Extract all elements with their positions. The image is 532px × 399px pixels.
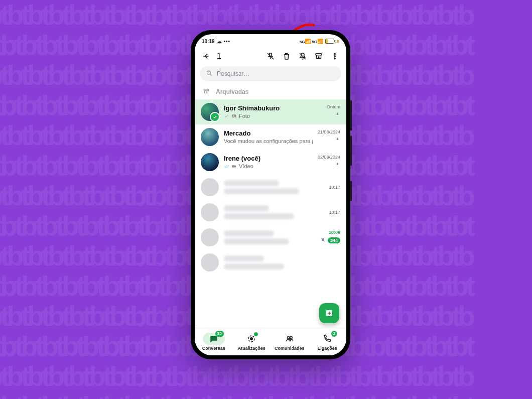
avatar: [201, 153, 219, 171]
tick-double-icon: [224, 164, 229, 169]
chat-name: Irene (você): [224, 155, 313, 163]
status-cloud-icon: ☁: [217, 39, 222, 44]
svg-point-2: [334, 53, 335, 54]
svg-point-4: [334, 58, 335, 59]
chat-sub: Vídeo: [239, 163, 253, 170]
more-button[interactable]: [328, 50, 341, 63]
search-input[interactable]: Pesquisar…: [200, 66, 341, 81]
pin-icon: [335, 110, 340, 119]
mute-button[interactable]: [296, 50, 309, 63]
chat-time: 10:17: [329, 185, 340, 190]
chat-time: 10:17: [329, 210, 340, 215]
svg-rect-9: [232, 165, 235, 168]
chat-row-blurred[interactable]: 10:17: [195, 175, 346, 200]
chat-time: 21/08/2024: [318, 129, 340, 135]
new-chat-fab[interactable]: [319, 303, 339, 323]
archived-row[interactable]: Arquivadas: [195, 84, 346, 99]
chat-row-blurred[interactable]: [195, 250, 346, 275]
avatar: [201, 203, 219, 221]
nav-conversas[interactable]: 35 Conversas: [195, 328, 233, 355]
video-icon: [231, 164, 237, 169]
nav-label: Comunidades: [275, 346, 305, 351]
status-more-icon: •••: [224, 39, 231, 44]
svg-point-14: [290, 337, 293, 339]
delete-button[interactable]: [280, 50, 293, 63]
archive-button[interactable]: [312, 50, 325, 63]
pin-icon: [335, 136, 340, 145]
unread-badge: 344: [328, 237, 340, 243]
svg-point-5: [207, 71, 210, 74]
nav-ligacoes[interactable]: 2 Ligações: [309, 328, 347, 355]
tick-single-icon: [224, 113, 229, 119]
search-icon: [206, 70, 213, 78]
svg-point-13: [287, 337, 290, 339]
selected-check-icon: [210, 112, 220, 122]
status-time: 10:19: [202, 39, 215, 44]
search-placeholder: Pesquisar…: [217, 70, 249, 77]
archived-label: Arquivadas: [216, 88, 248, 95]
communities-icon: [285, 334, 294, 343]
signal-5g-2: 5G📶: [312, 39, 323, 44]
pin-icon: [335, 161, 340, 170]
chat-row[interactable]: Irene (você) Vídeo 02/09/2024: [195, 150, 346, 175]
selection-toolbar: 1: [195, 47, 346, 65]
archive-icon: [203, 88, 210, 96]
avatar: [201, 228, 219, 246]
nav-label: Ligações: [318, 346, 337, 351]
nav-dot: [253, 332, 258, 337]
nav-badge: 35: [215, 331, 224, 337]
phone-frame: 10:19 ☁ ••• 5G📶 5G📶 18 1: [191, 30, 350, 359]
chat-name: Igor Shimabukuro: [224, 104, 322, 112]
svg-rect-1: [316, 54, 322, 55]
nav-badge: 2: [331, 331, 337, 337]
chat-time: 02/09/2024: [318, 155, 340, 160]
chat-sub: Foto: [239, 112, 250, 119]
svg-point-8: [233, 115, 234, 116]
svg-point-3: [334, 56, 335, 57]
bottom-nav: 35 Conversas Atualizações Comunidades: [195, 328, 346, 355]
nav-atualizacoes[interactable]: Atualizações: [233, 328, 271, 355]
photo-icon: [231, 113, 237, 119]
status-bar: 10:19 ☁ ••• 5G📶 5G📶 18: [195, 34, 346, 47]
chat-row-blurred[interactable]: 10:17: [195, 200, 346, 225]
chat-row-blurred[interactable]: 10:09 344: [195, 225, 346, 250]
chat-row[interactable]: Igor Shimabukuro Foto Ontem: [195, 99, 346, 124]
nav-label: Conversas: [202, 346, 225, 351]
battery-indicator: 18: [325, 39, 339, 44]
back-button[interactable]: [200, 50, 213, 63]
signal-5g-1: 5G📶: [300, 39, 311, 44]
avatar: [201, 128, 219, 146]
chat-row[interactable]: Mercado Você mudou as configurações para…: [195, 124, 346, 150]
chat-list: Igor Shimabukuro Foto Ontem: [195, 99, 346, 275]
chat-time: Ontem: [327, 104, 340, 109]
avatar: [201, 103, 219, 121]
nav-comunidades[interactable]: Comunidades: [271, 328, 309, 355]
unpin-button[interactable]: [264, 50, 277, 63]
avatar: [201, 178, 219, 196]
chat-time: 10:09: [329, 230, 340, 235]
chat-sub: Você mudou as configurações para per…: [224, 138, 313, 145]
muted-icon: [320, 236, 326, 245]
nav-label: Atualizações: [238, 346, 265, 351]
selection-count: 1: [216, 52, 221, 61]
avatar: [201, 253, 219, 272]
svg-point-12: [250, 338, 253, 340]
calls-icon: [323, 334, 332, 343]
chat-name: Mercado: [224, 129, 313, 138]
svg-rect-6: [204, 89, 208, 90]
